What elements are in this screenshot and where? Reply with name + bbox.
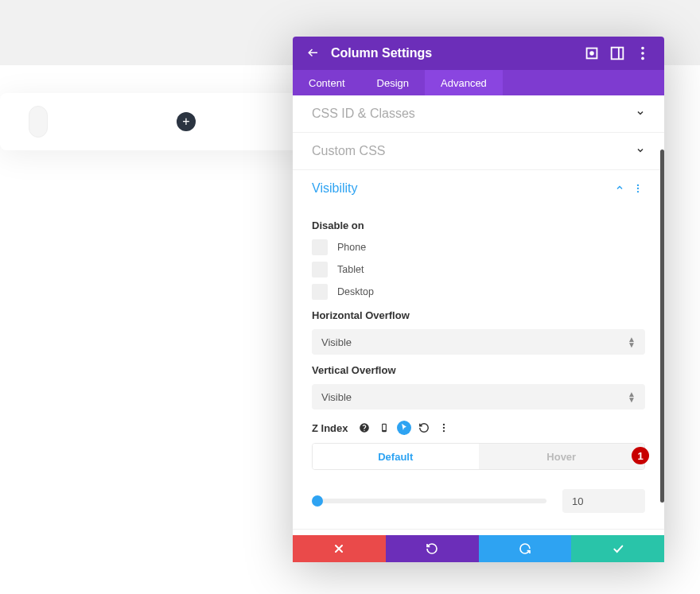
section-title: CSS ID & Classes (312, 107, 415, 121)
svg-point-13 (442, 427, 444, 429)
disable-tablet-checkbox[interactable] (312, 262, 328, 278)
select-arrows-icon: ▲▼ (628, 336, 636, 347)
zindex-more-icon[interactable] (437, 421, 451, 435)
tab-content[interactable]: Content (293, 70, 361, 95)
disable-desktop-label: Desktop (337, 286, 374, 297)
svg-point-14 (442, 430, 444, 432)
reset-icon[interactable] (417, 421, 431, 435)
svg-point-9 (637, 191, 639, 192)
hover-cursor-icon[interactable] (397, 421, 411, 435)
disable-desktop-checkbox[interactable] (312, 284, 328, 300)
section-title: Custom CSS (312, 144, 385, 158)
h-overflow-label: Horizontal Overflow (312, 309, 645, 321)
zindex-tab-default[interactable]: Default (313, 444, 479, 469)
save-button[interactable] (571, 535, 664, 562)
slider-thumb[interactable] (312, 495, 323, 507)
tab-advanced[interactable]: Advanced (425, 70, 503, 95)
svg-point-7 (637, 184, 639, 186)
more-icon[interactable] (634, 45, 651, 62)
h-overflow-value: Visible (321, 336, 352, 348)
back-button[interactable] (305, 46, 320, 60)
disable-desktop-row: Desktop (312, 284, 645, 300)
v-overflow-label: Vertical Overflow (312, 364, 645, 376)
help-icon[interactable] (357, 421, 371, 435)
panel-footer (293, 535, 664, 562)
svg-point-4 (641, 47, 644, 50)
panel-title: Column Settings (331, 46, 575, 60)
v-overflow-select[interactable]: Visible ▲▼ (312, 384, 645, 410)
redo-button[interactable] (479, 535, 572, 562)
section-more-icon[interactable] (631, 181, 645, 196)
cancel-button[interactable] (293, 535, 386, 562)
zindex-controls: Z Index (312, 421, 645, 435)
chevron-down-icon (636, 144, 645, 158)
h-overflow-select[interactable]: Visible ▲▼ (312, 329, 645, 355)
svg-point-5 (641, 52, 644, 55)
zindex-value-input[interactable] (562, 489, 645, 513)
disable-phone-label: Phone (337, 242, 366, 253)
disable-on-label: Disable on (312, 219, 645, 231)
svg-rect-11 (383, 425, 386, 430)
visibility-body: Disable on Phone Tablet Desktop Horizont… (293, 207, 664, 529)
callout-badge-1: 1 (632, 447, 649, 464)
disable-phone-checkbox[interactable] (312, 239, 328, 255)
panel-body: CSS ID & Classes Custom CSS Visibility D… (293, 95, 664, 535)
zindex-tab-hover[interactable]: Hover (479, 444, 645, 469)
background-pill (29, 106, 48, 138)
disable-tablet-label: Tablet (337, 264, 364, 275)
chevron-up-icon (615, 181, 624, 196)
chevron-down-icon (636, 107, 645, 121)
tab-design[interactable]: Design (361, 70, 425, 95)
zindex-state-tabs: Default Hover (312, 443, 645, 470)
section-visibility[interactable]: Visibility (293, 170, 664, 207)
svg-point-8 (637, 188, 639, 189)
settings-panel: Column Settings Content Design Advanced … (293, 37, 664, 562)
svg-rect-2 (612, 48, 624, 60)
add-module-button[interactable]: + (177, 112, 196, 131)
undo-button[interactable] (386, 535, 479, 562)
zindex-slider[interactable] (312, 499, 546, 503)
section-transitions[interactable]: Transitions (293, 530, 664, 535)
svg-point-1 (590, 52, 593, 55)
section-css-id-classes[interactable]: CSS ID & Classes (293, 95, 664, 132)
expand-icon[interactable] (583, 45, 601, 62)
disable-tablet-row: Tablet (312, 262, 645, 278)
select-arrows-icon: ▲▼ (628, 391, 636, 402)
section-custom-css[interactable]: Custom CSS (293, 133, 664, 169)
panel-header: Column Settings (293, 37, 664, 70)
zindex-label: Z Index (312, 422, 348, 434)
svg-point-6 (641, 57, 644, 60)
panel-tabs: Content Design Advanced (293, 70, 664, 95)
scrollbar[interactable] (660, 149, 664, 503)
disable-phone-row: Phone (312, 239, 645, 255)
v-overflow-value: Visible (321, 391, 352, 403)
phone-icon[interactable] (377, 421, 391, 435)
svg-point-12 (442, 424, 444, 425)
section-title: Visibility (312, 181, 358, 196)
layout-icon[interactable] (609, 45, 626, 62)
zindex-slider-row (312, 489, 645, 513)
